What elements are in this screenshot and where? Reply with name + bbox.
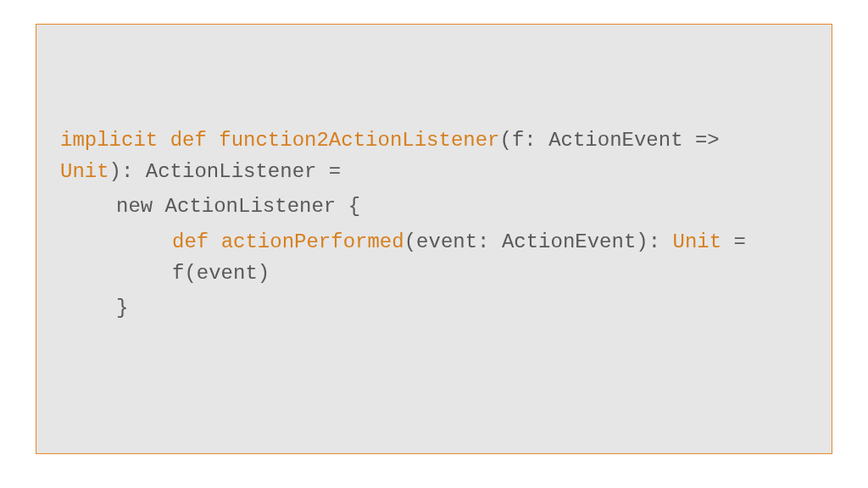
code-line-2: Unit): ActionListener = — [60, 156, 808, 187]
keyword-def: def — [170, 129, 207, 152]
code-line-4: def actionPerformed(event: ActionEvent):… — [60, 226, 808, 258]
method-params: (event: ActionEvent): — [404, 230, 673, 253]
method-name: actionPerformed — [221, 230, 404, 253]
code-line-5: f(event) — [60, 258, 808, 289]
method-def: def actionPerformed(event: ActionEvent):… — [60, 226, 808, 289]
return-type: ): ActionListener = — [109, 160, 342, 183]
code-line-3: new ActionListener { — [60, 191, 808, 222]
param-list-start: (f: ActionEvent => — [500, 129, 732, 152]
type-unit: Unit — [673, 230, 722, 253]
code-line-1: implicit def function2ActionListener(f: … — [60, 125, 808, 156]
type-unit: Unit — [60, 160, 109, 183]
code-block: implicit def function2ActionListener(f: … — [36, 24, 832, 454]
code-line-6: } — [60, 292, 808, 324]
function-name: function2ActionListener — [219, 129, 499, 152]
method-body: f(event) — [172, 262, 270, 285]
keyword-def: def — [172, 230, 209, 253]
code-signature: implicit def function2ActionListener(f: … — [60, 125, 808, 187]
anon-class-open: new ActionListener { — [116, 195, 360, 218]
anon-class-close: } — [116, 297, 128, 319]
keyword-implicit: implicit — [60, 129, 158, 152]
